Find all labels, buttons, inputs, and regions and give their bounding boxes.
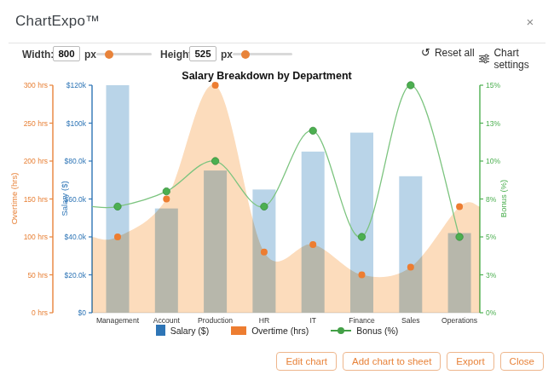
bonus-point-management (114, 203, 121, 210)
reset-all-button[interactable]: ↺ Reset all (421, 47, 475, 59)
legend-label: Overtime (hrs) (251, 326, 309, 336)
bonus-axis-title: Bonus (%) (499, 180, 508, 217)
overtime-swatch-icon (231, 326, 246, 335)
reset-all-label: Reset all (435, 47, 475, 59)
width-slider-knob[interactable] (105, 50, 113, 59)
salary-tick-label: $0 (78, 308, 87, 317)
bonus-point-operations (456, 233, 463, 240)
overtime-point-hr (261, 249, 268, 256)
bonus-tick-label: 3% (486, 271, 497, 280)
salary-axis-title: Salary ($) (60, 181, 69, 216)
overtime-point-management (114, 233, 121, 240)
chart-settings-button[interactable]: Chart settings (479, 47, 554, 71)
app-title: ChartExpo™ (15, 13, 100, 30)
category-label: Operations (441, 316, 477, 325)
salary-tick-label: $100k (66, 119, 87, 128)
chart-settings-icon (479, 54, 489, 64)
edit-chart-button[interactable]: Edit chart (276, 352, 337, 371)
bonus-tick-label: 8% (486, 195, 497, 204)
bonus-point-sales (407, 82, 414, 89)
category-label: Sales (401, 316, 420, 325)
overtime-tick-label: 200 hrs (24, 157, 48, 165)
bonus-tick-label: 5% (486, 233, 497, 241)
overtime-tick-label: 0 hrs (32, 308, 48, 317)
category-label: Production (198, 316, 233, 325)
export-button[interactable]: Export (447, 352, 493, 371)
overtime-point-operations (456, 203, 463, 210)
bonus-point-finance (358, 233, 365, 240)
height-slider-knob[interactable] (241, 50, 250, 59)
height-slider[interactable] (233, 53, 292, 55)
bonus-tick-label: 10% (486, 157, 500, 165)
overtime-tick-label: 150 hrs (24, 195, 48, 204)
overtime-point-it (309, 241, 316, 248)
chart-settings-label: Chart settings (493, 47, 554, 71)
bonus-point-production (211, 158, 218, 164)
salary-tick-label: $40.0k (64, 233, 86, 241)
legend-item-salary: Salary ($) (156, 325, 210, 336)
bonus-tick-label: 0% (486, 308, 497, 317)
salary-tick-label: $80.0k (64, 157, 86, 165)
salary-swatch-icon (156, 325, 165, 336)
bonus-tick-label: 13% (486, 119, 500, 128)
width-unit-label: px (84, 49, 96, 61)
overtime-tick-label: 250 hrs (24, 119, 48, 128)
chart-legend: Salary ($) Overtime (hrs) Bonus (%) (0, 325, 554, 336)
height-unit-label: px (221, 49, 233, 61)
combo-chart: 0 hrs50 hrs100 hrs150 hrs200 hrs250 hrs3… (0, 68, 554, 341)
footer-actions: Edit chart Add chart to sheet Export Clo… (276, 352, 544, 371)
legend-label: Salary ($) (170, 326, 210, 336)
overtime-tick-label: 50 hrs (27, 271, 48, 280)
category-label: IT (309, 316, 316, 325)
salary-tick-label: $120k (66, 81, 87, 89)
close-button[interactable]: Close (500, 352, 544, 371)
category-label: Finance (349, 316, 375, 325)
category-label: Management (96, 316, 140, 325)
overtime-point-production (212, 82, 219, 89)
overtime-point-sales (407, 264, 414, 271)
close-icon[interactable]: × (522, 14, 539, 29)
overtime-point-account (163, 196, 170, 203)
overtime-tick-label: 300 hrs (24, 81, 48, 89)
width-input[interactable] (53, 46, 80, 61)
salary-tick-label: $20.0k (64, 271, 86, 280)
category-label: Account (153, 316, 181, 325)
bonus-tick-label: 15% (486, 81, 500, 89)
bonus-swatch-icon (331, 330, 351, 331)
legend-item-bonus: Bonus (%) (331, 326, 398, 336)
legend-label: Bonus (%) (356, 326, 398, 336)
category-label: HR (259, 316, 269, 325)
overtime-point-finance (359, 272, 366, 279)
overtime-tick-label: 100 hrs (24, 233, 48, 241)
height-input[interactable] (189, 46, 216, 61)
legend-item-overtime: Overtime (hrs) (231, 326, 309, 336)
bonus-point-account (163, 187, 170, 194)
overtime-axis-title: Overtime (hrs) (9, 173, 19, 225)
add-chart-to-sheet-button[interactable]: Add chart to sheet (343, 352, 441, 371)
width-slider[interactable] (96, 53, 152, 55)
bonus-point-hr (261, 203, 268, 210)
header-divider (9, 43, 545, 43)
bonus-point-it (309, 127, 316, 134)
reset-icon: ↺ (421, 48, 430, 58)
width-label: Width: (22, 49, 54, 61)
